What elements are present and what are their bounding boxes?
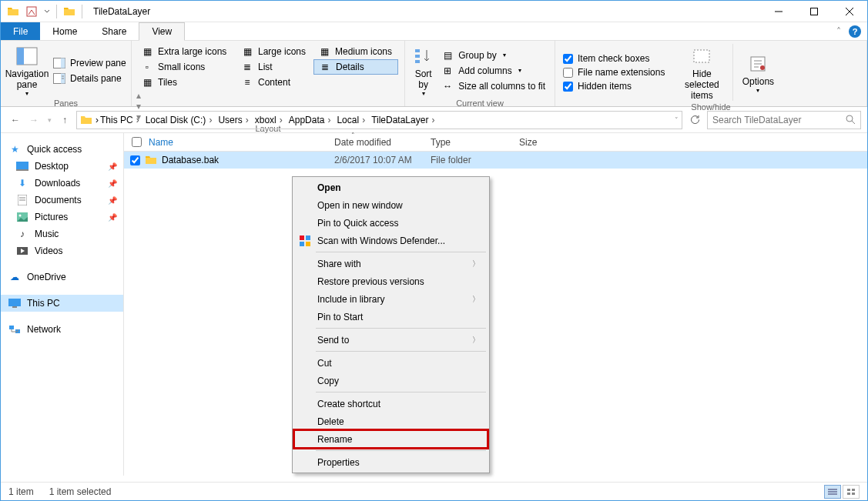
add-columns-button[interactable]: ⊞Add columns▾ — [437, 63, 550, 78]
view-details-button[interactable] — [824, 485, 841, 499]
tab-file[interactable]: File — [1, 22, 40, 40]
menu-item-send-to[interactable]: Send to〉 — [294, 331, 488, 349]
window-controls — [761, 1, 867, 22]
sidebar-item-music[interactable]: ♪Music — [1, 225, 123, 242]
group-by-icon: ▤ — [441, 49, 454, 62]
help-icon[interactable]: ? — [849, 25, 861, 38]
view-large-button[interactable] — [843, 485, 860, 499]
menu-item-rename[interactable]: Rename — [294, 430, 488, 448]
view-small-icons[interactable]: ▫Small icons — [136, 59, 236, 75]
svg-rect-32 — [306, 235, 310, 240]
close-button[interactable] — [832, 1, 867, 22]
back-button[interactable]: ← — [7, 112, 24, 129]
hide-selected-button[interactable]: Hide selected items — [674, 44, 729, 101]
chevron-right-icon[interactable]: › — [276, 115, 286, 125]
options-button[interactable]: Options ▾ — [736, 44, 779, 101]
pin-icon: 📌 — [108, 196, 117, 205]
chevron-right-icon[interactable]: › — [359, 115, 368, 125]
column-header-name[interactable]: Name — [124, 137, 328, 148]
sidebar-item-documents[interactable]: Documents📌 — [1, 192, 123, 209]
crumb-users[interactable]: Users — [218, 115, 242, 125]
pin-icon: 📌 — [108, 213, 117, 222]
menu-item-share-with[interactable]: Share with〉 — [294, 255, 488, 272]
crumb-local[interactable]: Local — [337, 115, 359, 125]
column-header-size[interactable]: Size — [513, 137, 575, 148]
menu-item-delete[interactable]: Delete — [294, 412, 488, 430]
view-list[interactable]: ≣List — [236, 59, 313, 75]
details-pane-button[interactable]: Details pane — [49, 71, 131, 86]
navigation-pane-button[interactable]: Navigation pane ▾ — [5, 44, 49, 97]
svg-rect-29 — [9, 326, 14, 329]
sidebar-item-onedrive[interactable]: ☁OneDrive — [1, 269, 123, 286]
view-details[interactable]: ≣Details — [313, 59, 398, 75]
menu-item-pin-start[interactable]: Pin to Start — [294, 308, 488, 326]
crumb-appdata[interactable]: AppData — [289, 115, 325, 125]
menu-item-restore-versions[interactable]: Restore previous versions — [294, 272, 488, 290]
refresh-button[interactable] — [685, 111, 704, 129]
view-extra-large-icons[interactable]: ▦Extra large icons — [136, 44, 236, 59]
size-columns-button[interactable]: ↔Size all columns to fit — [437, 78, 550, 94]
sidebar-item-videos[interactable]: Videos — [1, 242, 123, 259]
menu-item-copy[interactable]: Copy — [294, 372, 488, 389]
desktop-icon — [16, 160, 28, 172]
chevron-right-icon[interactable]: › — [324, 115, 333, 125]
chevron-right-icon[interactable]: › — [428, 115, 437, 125]
view-tiles[interactable]: ▦Tiles — [136, 75, 236, 90]
crumb-user[interactable]: xboxl — [255, 115, 276, 125]
properties-qat-icon[interactable] — [24, 4, 39, 19]
preview-pane-button[interactable]: Preview pane — [49, 55, 131, 71]
chevron-right-icon[interactable]: › — [133, 115, 142, 125]
breadcrumb[interactable]: › This PC› Local Disk (C:)› Users› xboxl… — [76, 111, 682, 129]
view-large-icons[interactable]: ▦Large icons — [236, 44, 313, 59]
view-medium-icons[interactable]: ▦Medium icons — [313, 44, 398, 59]
qat-dropdown-icon[interactable] — [42, 4, 52, 19]
menu-item-scan-defender[interactable]: Scan with Windows Defender... — [294, 232, 488, 249]
sidebar-item-network[interactable]: Network — [1, 321, 123, 338]
layout-scroll-up-icon[interactable]: ▴ — [136, 90, 147, 101]
column-header-date[interactable]: Date modified — [328, 137, 424, 148]
chevron-right-icon[interactable]: › — [206, 115, 215, 125]
crumb-local-disk[interactable]: Local Disk (C:) — [146, 115, 206, 125]
sort-by-button[interactable]: Sort by ▾ — [410, 44, 437, 97]
menu-item-cut[interactable]: Cut — [294, 354, 488, 372]
menu-item-pin-quick-access[interactable]: Pin to Quick access — [294, 214, 488, 232]
maximize-button[interactable] — [796, 1, 832, 22]
sidebar-item-quick-access[interactable]: ★Quick access — [1, 141, 123, 158]
select-all-checkbox[interactable] — [132, 137, 142, 147]
item-checkboxes-toggle[interactable]: Item check boxes — [560, 52, 668, 65]
sidebar-item-desktop[interactable]: Desktop📌 — [1, 158, 123, 175]
tab-home[interactable]: Home — [40, 22, 89, 40]
recent-dropdown[interactable]: ▾ — [44, 112, 55, 129]
hidden-items-toggle[interactable]: Hidden items — [560, 79, 668, 93]
address-dropdown-icon[interactable]: ˅ — [675, 116, 679, 124]
forward-button[interactable]: → — [25, 112, 42, 129]
search-input[interactable]: Search TileDataLayer — [707, 111, 861, 129]
menu-item-create-shortcut[interactable]: Create shortcut — [294, 395, 488, 412]
menu-item-open-new-window[interactable]: Open in new window — [294, 196, 488, 214]
sidebar-item-pictures[interactable]: Pictures📌 — [1, 209, 123, 225]
menu-item-open[interactable]: Open — [294, 179, 488, 196]
chevron-down-icon: ▾ — [756, 87, 759, 94]
tab-view[interactable]: View — [139, 22, 185, 41]
view-content[interactable]: ≡Content — [236, 75, 313, 90]
menu-item-include-library[interactable]: Include in library〉 — [294, 290, 488, 308]
up-button[interactable]: ↑ — [56, 112, 73, 129]
tab-share[interactable]: Share — [89, 22, 139, 40]
menu-item-properties[interactable]: Properties — [294, 453, 488, 471]
sidebar-item-this-pc[interactable]: This PC — [1, 295, 123, 312]
address-bar: ← → ▾ ↑ › This PC› Local Disk (C:)› User… — [1, 107, 867, 133]
collapse-ribbon-icon[interactable]: ˄ — [836, 26, 841, 37]
file-row[interactable]: Database.bak 2/6/2017 10:07 AM File fold… — [124, 152, 867, 169]
chevron-right-icon[interactable]: › — [243, 115, 252, 125]
file-extensions-toggle[interactable]: File name extensions — [560, 65, 668, 79]
column-header-type[interactable]: Type — [424, 137, 513, 148]
group-by-button[interactable]: ▤Group by▾ — [437, 48, 550, 63]
crumb-tiledatalayer[interactable]: TileDataLayer — [371, 115, 428, 125]
svg-rect-4 — [17, 48, 24, 65]
crumb-this-pc[interactable]: This PC — [100, 115, 133, 125]
svg-rect-13 — [415, 60, 420, 63]
sidebar-item-downloads[interactable]: ⬇Downloads📌 — [1, 175, 123, 192]
file-checkbox[interactable] — [130, 155, 140, 165]
preview-pane-icon — [53, 57, 65, 69]
minimize-button[interactable] — [761, 1, 796, 22]
